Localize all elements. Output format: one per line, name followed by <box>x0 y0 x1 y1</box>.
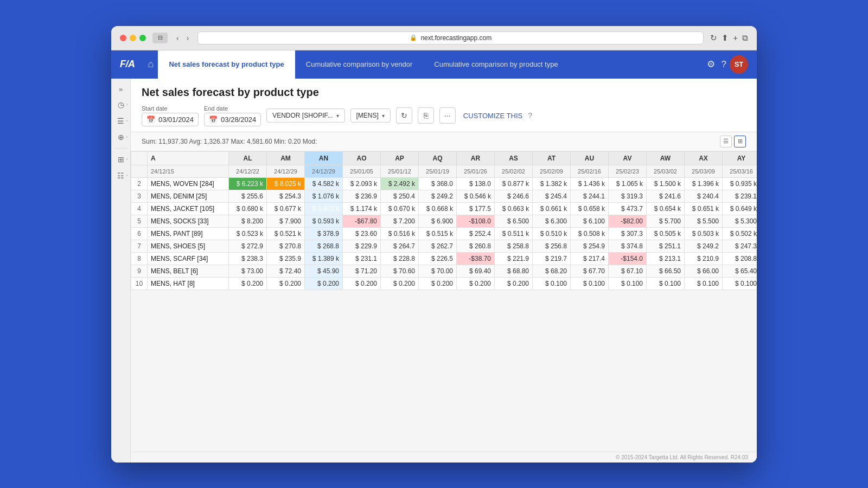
avatar[interactable]: ST <box>730 55 748 74</box>
sidebar-icon-1[interactable]: ◷› <box>113 97 129 112</box>
cell-value[interactable]: $ 68.80 <box>495 265 533 277</box>
cell-value[interactable]: -$108.0 <box>457 215 495 227</box>
cell-value[interactable]: $ 71.20 <box>343 265 381 277</box>
cell-value[interactable]: -$154.0 <box>609 252 647 265</box>
cell-value[interactable]: $ 6.500 <box>495 215 533 227</box>
share-icon[interactable]: ⬆ <box>722 33 729 43</box>
cell-value[interactable]: $ 244.1 <box>571 190 609 202</box>
cell-value[interactable]: $ 473.7 <box>609 202 647 215</box>
cell-value[interactable]: $ 0.668 k <box>419 202 457 215</box>
cell-value[interactable]: $ 268.8 <box>305 240 343 252</box>
sidebar-collapse-btn[interactable]: » <box>113 83 129 96</box>
cell-value[interactable]: $ 235.9 <box>267 252 305 265</box>
row-label[interactable]: MENS, HAT [8] <box>148 277 229 290</box>
cell-value[interactable]: $ 69.40 <box>457 265 495 277</box>
cell-value[interactable]: $ 0.680 k <box>229 202 267 215</box>
cell-value[interactable]: $ 0.200 <box>381 277 419 290</box>
cell-value[interactable]: $ 239.1 <box>723 190 757 202</box>
cell-value[interactable]: $ 0.200 <box>419 277 457 290</box>
product-filter-dropdown[interactable]: [MENS] ▾ <box>350 108 391 123</box>
tab-cum-vendor[interactable]: Cumulative comparison by vendor <box>295 50 424 79</box>
cell-value[interactable]: $ 0.516 k <box>381 227 419 240</box>
cell-value[interactable]: $ 374.8 <box>609 240 647 252</box>
cell-value[interactable]: -$67.80 <box>343 215 381 227</box>
cell-value[interactable]: $ 0.505 k <box>647 227 685 240</box>
cell-value[interactable]: $ 138.0 <box>457 177 495 190</box>
cell-value[interactable]: -$82.00 <box>609 215 647 227</box>
sidebar-icon-5[interactable]: ☷› <box>113 168 129 183</box>
cell-value[interactable]: $ 0.100 <box>609 277 647 290</box>
cell-value[interactable]: $ 0.511 k <box>495 227 533 240</box>
reload-icon[interactable]: ↻ <box>710 33 717 43</box>
minimize-button[interactable] <box>130 35 136 41</box>
cell-value[interactable]: $ 0.502 k <box>723 227 757 240</box>
cell-value[interactable]: $ 0.651 k <box>685 202 723 215</box>
cell-value[interactable]: $ 1.382 k <box>533 177 571 190</box>
home-button[interactable]: ⌂ <box>144 56 158 72</box>
cell-value[interactable]: $ 272.9 <box>229 240 267 252</box>
tab-cum-product[interactable]: Cumulative comparison by product type <box>423 50 569 79</box>
cell-value[interactable]: $ 0.200 <box>229 277 267 290</box>
cell-value[interactable]: $ 6.300 <box>533 215 571 227</box>
cell-value[interactable]: $ 0.593 k <box>305 215 343 227</box>
row-label[interactable]: MENS, BELT [6] <box>148 265 229 277</box>
cell-value[interactable]: $ 241.6 <box>647 190 685 202</box>
sidebar-icon-4[interactable]: ⊞› <box>113 152 129 167</box>
cell-value[interactable]: $ 0.100 <box>533 277 571 290</box>
list-view-button[interactable]: ☰ <box>720 136 732 147</box>
cell-value[interactable]: $ 0.515 k <box>419 227 457 240</box>
row-label[interactable]: MENS, WOVEN [284] <box>148 177 229 190</box>
cell-value[interactable]: $ 0.100 <box>723 277 757 290</box>
cell-value[interactable]: $ 6.100 <box>571 215 609 227</box>
close-button[interactable] <box>120 35 126 41</box>
cell-value[interactable]: $ 7.200 <box>381 215 419 227</box>
cell-value[interactable]: $ 246.6 <box>495 190 533 202</box>
customize-this-link[interactable]: CUSTOMIZE THIS <box>463 112 522 120</box>
cell-value[interactable]: $ 236.9 <box>343 190 381 202</box>
cell-value[interactable]: $ 67.70 <box>571 265 609 277</box>
cell-value[interactable]: $ 1.500 k <box>647 177 685 190</box>
new-tab-icon[interactable]: + <box>733 33 738 42</box>
cell-value[interactable]: $ 208.8 <box>723 252 757 265</box>
customize-help-icon[interactable]: ? <box>528 111 532 120</box>
cell-value[interactable]: $ 226.5 <box>419 252 457 265</box>
cell-value[interactable]: $ 2.492 k <box>381 177 419 190</box>
cell-value[interactable]: $ 0.200 <box>343 277 381 290</box>
cell-value[interactable]: $ 0.200 <box>305 277 343 290</box>
cell-value[interactable]: $ 0.200 <box>495 277 533 290</box>
cell-value[interactable]: $ 2.093 k <box>343 177 381 190</box>
back-button[interactable]: ‹ <box>174 33 181 43</box>
cell-value[interactable]: $ 0.100 <box>685 277 723 290</box>
table-container[interactable]: A AL AM AN AO AP AQ AR AS AT AU <box>131 151 757 452</box>
cell-value[interactable]: $ 0.935 k <box>723 177 757 190</box>
cell-value[interactable]: $ 229.9 <box>343 240 381 252</box>
cell-value[interactable]: $ 252.4 <box>457 227 495 240</box>
cell-value[interactable]: $ 219.7 <box>533 252 571 265</box>
cell-value[interactable]: $ 1.174 k <box>343 202 381 215</box>
cell-value[interactable]: $ 262.7 <box>419 240 457 252</box>
cell-value[interactable]: $ 210.9 <box>685 252 723 265</box>
cell-value[interactable]: $ 1.076 k <box>305 190 343 202</box>
cell-value[interactable]: $ 0.670 k <box>381 202 419 215</box>
cell-value[interactable]: $ 8.200 <box>229 215 267 227</box>
refresh-button[interactable]: ↻ <box>396 107 412 124</box>
cell-value[interactable]: $ 5.500 <box>685 215 723 227</box>
cell-value[interactable]: $ 0.546 k <box>457 190 495 202</box>
cell-value[interactable]: $ 249.2 <box>685 240 723 252</box>
sidebar-icon-3[interactable]: ⊕› <box>113 130 129 145</box>
cell-value[interactable]: $ 45.90 <box>305 265 343 277</box>
cell-value[interactable]: -$38.70 <box>457 252 495 265</box>
cell-value[interactable]: $ 217.4 <box>571 252 609 265</box>
cell-value[interactable]: $ 0.661 k <box>533 202 571 215</box>
cell-value[interactable]: $ 5.300 <box>723 215 757 227</box>
more-options-button[interactable]: ··· <box>439 107 456 124</box>
cell-value[interactable]: $ 0.877 k <box>495 177 533 190</box>
row-label[interactable]: MENS, JACKET [105] <box>148 202 229 215</box>
row-label[interactable]: MENS, PANT [89] <box>148 227 229 240</box>
forward-button[interactable]: › <box>184 33 192 43</box>
cell-value[interactable]: $ 378.9 <box>305 227 343 240</box>
address-bar[interactable]: 🔒 next.forecastingapp.com <box>197 31 704 44</box>
cell-value[interactable]: $ 23.60 <box>343 227 381 240</box>
settings-icon[interactable]: ⚙ <box>704 56 718 72</box>
cell-value[interactable]: $ 254.9 <box>571 240 609 252</box>
